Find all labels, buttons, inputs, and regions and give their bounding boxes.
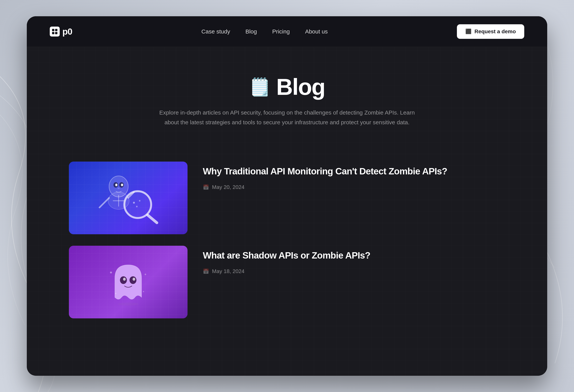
svg-point-8	[121, 184, 123, 186]
post-2-info: What are Shadow APIs or Zombie APIs? 📅 M…	[203, 246, 505, 274]
post-2-thumbnail	[69, 246, 187, 318]
svg-point-27	[115, 293, 116, 294]
blog-post-card[interactable]: Why Traditional API Monitoring Can't Det…	[69, 162, 505, 234]
demo-btn-icon: ⬛	[465, 28, 472, 34]
nav-links: Case study Blog Pricing About us	[202, 28, 328, 35]
hero-section: 🗒️ Blog Explore in-depth articles on API…	[27, 47, 547, 146]
post-1-date: 📅 May 20, 2024	[203, 184, 505, 190]
logo[interactable]: p0	[50, 26, 72, 37]
svg-point-7	[115, 184, 118, 186]
logo-text: p0	[62, 26, 72, 37]
nav-case-study[interactable]: Case study	[202, 28, 230, 35]
navbar: p0 Case study Blog Pricing About us ⬛ Re…	[27, 16, 547, 47]
svg-point-24	[118, 302, 139, 306]
post-2-title: What are Shadow APIs or Zombie APIs?	[203, 250, 505, 261]
blog-posts-section: Why Traditional API Monitoring Can't Det…	[27, 146, 547, 334]
hero-title: Blog	[276, 74, 325, 100]
svg-line-14	[148, 215, 157, 223]
svg-point-19	[136, 206, 138, 207]
post-1-thumbnail	[69, 162, 187, 234]
svg-point-9	[118, 188, 120, 189]
svg-point-23	[133, 278, 135, 281]
thumbnail-2-content	[69, 246, 187, 318]
post-2-date-text: May 18, 2024	[212, 268, 245, 274]
post-2-date: 📅 May 18, 2024	[203, 268, 505, 274]
nav-pricing[interactable]: Pricing	[272, 28, 290, 35]
blog-hero-icon: 🗒️	[249, 78, 270, 96]
browser-window: p0 Case study Blog Pricing About us ⬛ Re…	[27, 16, 547, 376]
hero-title-row: 🗒️ Blog	[65, 74, 509, 100]
svg-rect-0	[52, 29, 54, 31]
svg-point-25	[110, 272, 112, 274]
post-1-calendar-icon: 📅	[203, 184, 209, 190]
hero-subtitle: Explore in-depth articles on API securit…	[153, 108, 421, 127]
post-2-calendar-icon: 📅	[203, 269, 209, 274]
post-1-date-text: May 20, 2024	[212, 184, 245, 190]
thumbnail-1-content	[69, 162, 187, 234]
svg-point-18	[139, 200, 141, 201]
svg-rect-2	[52, 32, 54, 34]
nav-blog[interactable]: Blog	[246, 28, 257, 35]
nav-about-us[interactable]: About us	[305, 28, 328, 35]
svg-point-22	[123, 278, 126, 281]
post-1-title: Why Traditional API Monitoring Can't Det…	[203, 165, 505, 177]
post-1-info: Why Traditional API Monitoring Can't Det…	[203, 162, 505, 190]
svg-point-26	[145, 274, 146, 275]
svg-point-28	[143, 291, 144, 292]
blog-post-card-2[interactable]: What are Shadow APIs or Zombie APIs? 📅 M…	[69, 246, 505, 318]
request-demo-button[interactable]: ⬛ Request a demo	[457, 24, 524, 39]
svg-rect-3	[55, 32, 57, 34]
svg-rect-1	[55, 29, 57, 31]
request-demo-label: Request a demo	[474, 28, 516, 35]
svg-point-17	[133, 202, 135, 204]
logo-icon	[50, 27, 60, 37]
svg-line-10	[100, 198, 109, 207]
